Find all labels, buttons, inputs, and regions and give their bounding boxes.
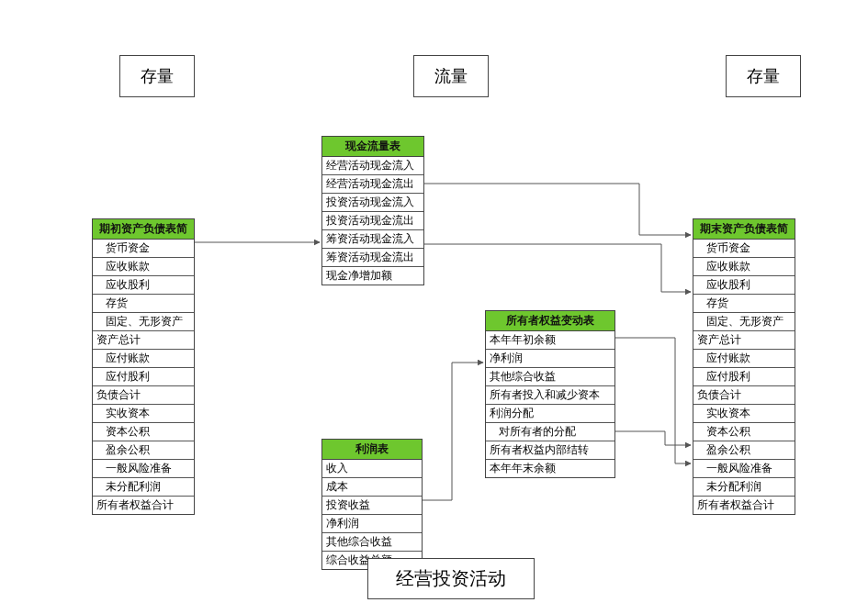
table-row: 本年年末余额 [486,460,614,477]
table-row: 净利润 [486,350,614,368]
table-row: 经营活动现金流入 [322,157,423,175]
table-row: 实收资本 [93,405,194,423]
table-header: 利润表 [322,440,422,460]
table-row: 收入 [322,460,422,478]
table-row: 应收股利 [693,276,795,295]
table-row: 筹资活动现金流入 [322,230,423,249]
table-row: 资产总计 [93,331,194,350]
table-row: 固定、无形资产 [93,313,194,331]
table-row: 资本公积 [693,423,795,441]
table-row: 现金净增加额 [322,267,423,285]
table-header: 期末资产负债表简 [693,219,795,240]
table-row: 所有者权益内部结转 [486,441,614,460]
table-cash-flow-statement: 现金流量表经营活动现金流入经营活动现金流出投资活动现金流入投资活动现金流出筹资活… [321,136,424,285]
table-row: 本年年初余额 [486,331,614,350]
table-row: 固定、无形资产 [693,313,795,331]
table-header: 所有者权益变动表 [486,311,614,331]
table-row: 应付账款 [693,350,795,368]
table-row: 一般风险准备 [93,460,194,478]
table-row: 应收股利 [93,276,194,295]
label-flow: 流量 [413,55,489,97]
table-row: 负债合计 [693,386,795,405]
table-row: 负债合计 [93,386,194,405]
table-row: 所有者投入和减少资本 [486,386,614,405]
table-row: 投资活动现金流出 [322,212,423,230]
table-initial-balance-sheet: 期初资产负债表简货币资金应收账款应收股利存货固定、无形资产资产总计应付账款应付股… [92,218,195,515]
table-row: 盈余公积 [693,441,795,460]
table-row: 盈余公积 [93,441,194,460]
label-stock-right: 存量 [726,55,801,97]
table-income-statement: 利润表收入成本投资收益净利润其他综合收益综合收益总额 [321,439,423,570]
table-row: 未分配利润 [693,478,795,497]
table-row: 其他综合收益 [322,533,422,552]
table-row: 应付股利 [693,368,795,386]
table-row: 存货 [693,295,795,313]
table-row: 筹资活动现金流出 [322,249,423,267]
table-row: 对所有者的分配 [486,423,614,441]
table-row: 资产总计 [693,331,795,350]
table-row: 实收资本 [693,405,795,423]
table-row: 应付股利 [93,368,194,386]
label-stock-left: 存量 [119,55,195,97]
table-row: 应收账款 [693,258,795,276]
table-row: 投资收益 [322,497,422,515]
table-header: 期初资产负债表简 [93,219,194,240]
table-row: 净利润 [322,515,422,533]
table-row: 货币资金 [693,240,795,258]
table-row: 应收账款 [93,258,194,276]
table-row: 货币资金 [93,240,194,258]
table-row: 经营活动现金流出 [322,175,423,194]
label-operating-investing-activities: 经营投资活动 [367,558,535,599]
table-header: 现金流量表 [322,137,423,157]
table-equity-change: 所有者权益变动表本年年初余额净利润其他综合收益所有者投入和减少资本利润分配对所有… [485,310,615,478]
table-row: 所有者权益合计 [693,497,795,514]
table-row: 资本公积 [93,423,194,441]
table-ending-balance-sheet: 期末资产负债表简货币资金应收账款应收股利存货固定、无形资产资产总计应付账款应付股… [693,218,795,515]
table-row: 成本 [322,478,422,497]
table-row: 投资活动现金流入 [322,194,423,212]
table-row: 存货 [93,295,194,313]
table-row: 应付账款 [93,350,194,368]
table-row: 未分配利润 [93,478,194,497]
table-row: 利润分配 [486,405,614,423]
table-row: 所有者权益合计 [93,497,194,514]
table-row: 一般风险准备 [693,460,795,478]
table-row: 其他综合收益 [486,368,614,386]
